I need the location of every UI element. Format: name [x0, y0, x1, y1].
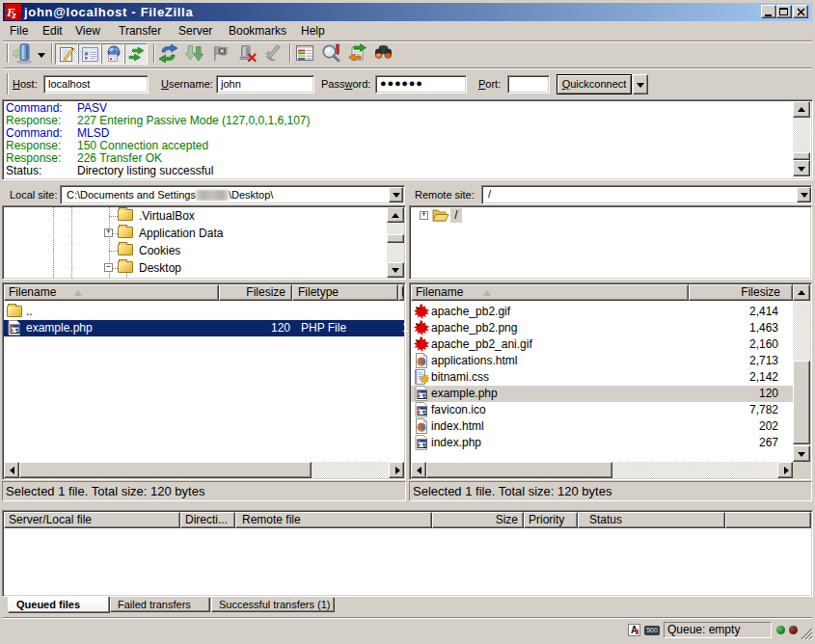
svg-text:z: z [12, 9, 17, 20]
